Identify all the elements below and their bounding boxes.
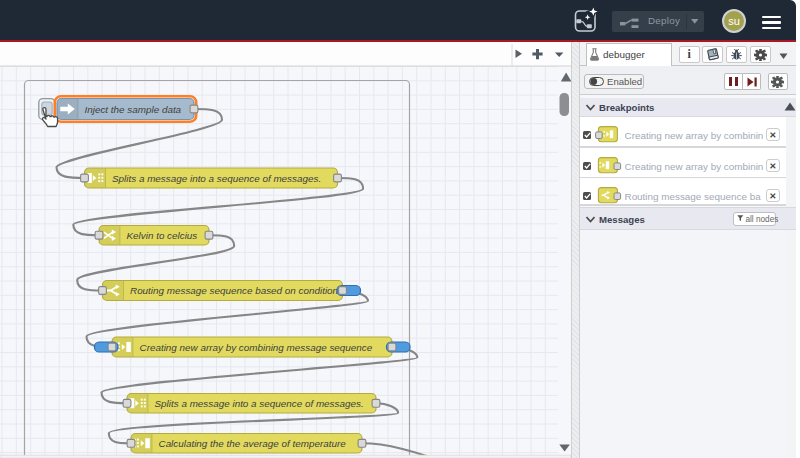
svg-text:Splits a message into a sequen: Splits a message into a sequence of mess… [112,173,321,184]
svg-text:Inject the sample data: Inject the sample data [85,104,182,115]
svg-text:Kelvin to celcius: Kelvin to celcius [127,230,198,241]
svg-text:Routing message sequence based: Routing message sequence based on condit… [130,285,339,296]
svg-text:Splits a message into a sequen: Splits a message into a sequence of mess… [155,398,364,409]
svg-text:Calculating the the average of: Calculating the the average of temperatu… [159,438,347,449]
svg-text:Creating new array by combinin: Creating new array by combining message … [140,342,373,353]
